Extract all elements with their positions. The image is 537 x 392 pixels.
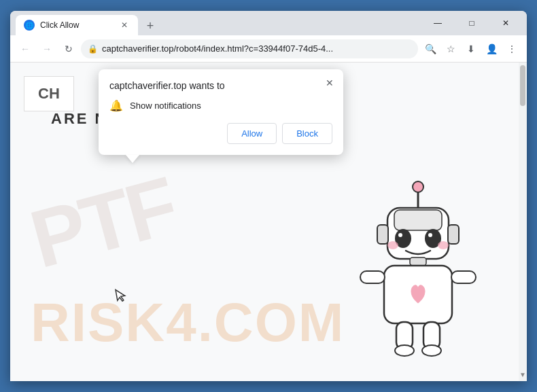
svg-point-7 xyxy=(428,233,432,237)
back-button[interactable]: ← xyxy=(16,39,35,58)
svg-point-6 xyxy=(398,233,402,237)
search-icon-button[interactable]: 🔍 xyxy=(421,39,440,58)
scrollbar[interactable]: ▼ xyxy=(519,63,527,381)
title-bar: 🌐 Click Allow ✕ + — □ ✕ xyxy=(10,11,527,35)
new-tab-button[interactable]: + xyxy=(141,16,160,35)
tab-title: Click Allow xyxy=(40,20,114,30)
address-bar: ← → ↻ 🔒 captchaverifier.top/robot4/index… xyxy=(10,35,527,63)
bookmark-icon-button[interactable]: ☆ xyxy=(441,39,460,58)
svg-point-9 xyxy=(438,241,449,249)
bell-icon: 🔔 xyxy=(109,99,123,112)
svg-rect-15 xyxy=(451,271,476,283)
popup-buttons: Allow Block xyxy=(109,123,332,144)
active-tab[interactable]: 🌐 Click Allow ✕ xyxy=(16,15,138,35)
svg-marker-20 xyxy=(116,288,126,302)
svg-point-18 xyxy=(395,345,414,356)
toolbar-icons: 🔍 ☆ ⬇ 👤 ⋮ xyxy=(421,39,521,58)
robot-illustration xyxy=(350,177,486,368)
menu-icon-button[interactable]: ⋮ xyxy=(502,39,521,58)
tab-strip: 🌐 Click Allow ✕ + xyxy=(16,11,422,35)
tab-favicon: 🌐 xyxy=(24,20,35,31)
tab-close-button[interactable]: ✕ xyxy=(119,20,130,31)
scrollbar-down-arrow[interactable]: ▼ xyxy=(519,371,526,378)
notification-popup: ✕ captchaverifier.top wants to 🔔 Show no… xyxy=(99,69,343,155)
url-text: captchaverifier.top/robot4/index.html?c=… xyxy=(102,43,411,54)
page-content: PTF RISK4.COM CH ARE NOT A ROBOT? xyxy=(10,63,527,381)
allow-button[interactable]: Allow xyxy=(227,123,277,144)
profile-icon-button[interactable]: 👤 xyxy=(482,39,501,58)
download-icon-button[interactable]: ⬇ xyxy=(462,39,481,58)
popup-title: captchaverifier.top wants to xyxy=(109,80,332,91)
forward-button[interactable]: → xyxy=(37,39,56,58)
mouse-cursor xyxy=(114,286,131,307)
address-input[interactable]: 🔒 captchaverifier.top/robot4/index.html?… xyxy=(81,39,418,58)
notification-row: 🔔 Show notifications xyxy=(109,99,332,112)
svg-rect-12 xyxy=(410,257,426,266)
svg-rect-3 xyxy=(394,210,442,230)
svg-rect-10 xyxy=(377,225,388,244)
captcha-banner: CH xyxy=(24,76,74,111)
lock-icon: 🔒 xyxy=(88,44,98,54)
svg-point-1 xyxy=(413,181,423,192)
window-controls: — □ ✕ xyxy=(422,13,521,33)
svg-point-19 xyxy=(422,345,441,356)
refresh-button[interactable]: ↻ xyxy=(59,39,78,58)
watermark-ptf: PTF xyxy=(21,158,184,285)
popup-tail xyxy=(126,155,139,163)
maximize-button[interactable]: □ xyxy=(456,13,487,33)
watermark-risk: RISK4.COM xyxy=(31,291,345,354)
popup-close-button[interactable]: ✕ xyxy=(322,75,338,91)
block-button[interactable]: Block xyxy=(282,123,332,144)
notification-text: Show notifications xyxy=(130,101,201,111)
minimize-button[interactable]: — xyxy=(422,13,453,33)
svg-point-8 xyxy=(387,241,398,249)
scrollbar-thumb[interactable] xyxy=(520,65,525,106)
close-button[interactable]: ✕ xyxy=(490,13,521,33)
captcha-partial-text: CH xyxy=(38,85,60,102)
svg-rect-14 xyxy=(360,271,385,283)
svg-rect-11 xyxy=(448,225,459,244)
browser-window: 🌐 Click Allow ✕ + — □ ✕ ← → ↻ 🔒 captchav… xyxy=(10,11,527,381)
